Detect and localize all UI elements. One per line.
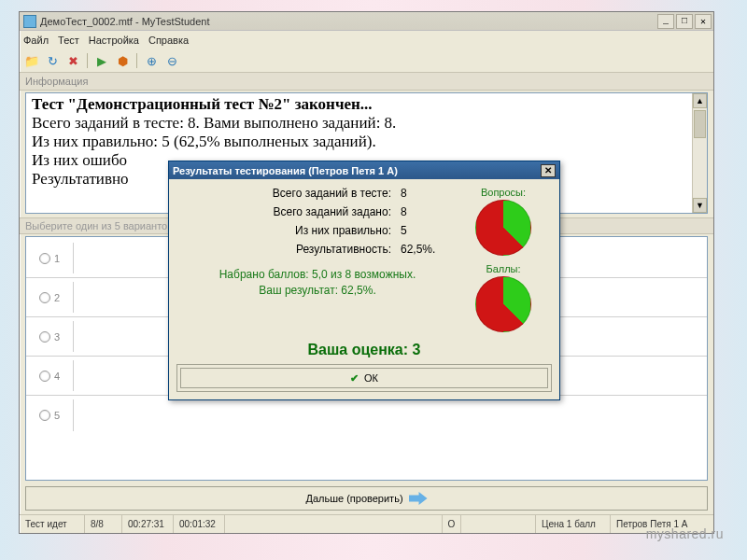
- menu-test[interactable]: Тест: [58, 35, 79, 46]
- scroll-thumb[interactable]: [694, 110, 706, 138]
- option-number: 3: [54, 331, 60, 343]
- zoom-in-icon[interactable]: ⊕: [143, 52, 160, 69]
- info-scrollbar[interactable]: ▲ ▼: [692, 93, 707, 213]
- points-pie-chart: [475, 276, 531, 332]
- status-progress: 8/8: [85, 515, 122, 533]
- app-icon: [23, 15, 36, 28]
- status-state: Тест идет: [20, 515, 85, 533]
- dialog-title-text: Результаты тестирования (Петров Петя 1 А…: [173, 165, 398, 176]
- next-button-label: Дальше (проверить): [305, 493, 402, 504]
- statusbar: Тест идет 8/8 00:27:31 00:01:32 О Цена 1…: [20, 514, 713, 533]
- dialog-stats: Всего заданий в тесте:8 Всего заданий за…: [178, 187, 457, 332]
- option-number: 2: [54, 292, 60, 303]
- info-panel-header: Информация: [20, 72, 713, 91]
- reload-icon[interactable]: ↻: [44, 52, 61, 69]
- scroll-up-icon[interactable]: ▲: [693, 93, 707, 108]
- dialog-summary: Набрано баллов: 5,0 из 8 возможных.: [178, 267, 457, 283]
- status-spacer2: [461, 515, 536, 533]
- dialog-titlebar: Результаты тестирования (Петров Петя 1 А…: [169, 161, 559, 179]
- questions-pie-chart: [475, 200, 531, 256]
- zoom-out-icon[interactable]: ⊖: [163, 52, 180, 69]
- arrow-right-icon: [409, 492, 428, 505]
- menu-settings[interactable]: Настройка: [89, 35, 139, 46]
- stat-value: 8: [401, 187, 457, 205]
- stat-label: Всего заданий задано:: [178, 205, 401, 224]
- dialog-ok-button[interactable]: ✔ ОК: [180, 368, 548, 388]
- stat-value: 62,5%.: [401, 243, 457, 261]
- option-number: 5: [54, 410, 60, 421]
- status-elapsed: 00:27:31: [122, 515, 174, 533]
- pie-label: Вопросы:: [481, 187, 526, 198]
- stat-value: 5: [401, 224, 457, 243]
- play-icon[interactable]: ▶: [93, 52, 110, 69]
- delete-icon[interactable]: ✖: [64, 52, 81, 69]
- toolbar-separator: [87, 53, 88, 68]
- watermark: myshared.ru: [646, 526, 724, 541]
- minimize-button[interactable]: _: [657, 14, 674, 29]
- ok-label: ОК: [364, 372, 378, 384]
- scroll-down-icon[interactable]: ▼: [693, 198, 707, 213]
- radio-icon[interactable]: [39, 410, 50, 421]
- close-button[interactable]: ✕: [695, 14, 712, 29]
- menu-file[interactable]: Файл: [23, 35, 49, 46]
- titlebar: ДемоТест_0002.mtf - MyTestStudent _ □ ✕: [20, 12, 713, 31]
- stat-value: 8: [401, 205, 457, 224]
- status-price: Цена 1 балл: [536, 515, 611, 533]
- result-line: Из них правильно: 5 (62,5% выполненых за…: [32, 133, 701, 151]
- results-dialog: Результаты тестирования (Петров Петя 1 А…: [168, 161, 560, 400]
- toolbar-separator: [136, 53, 137, 68]
- radio-icon[interactable]: [39, 331, 50, 343]
- pie-label: Баллы:: [486, 263, 520, 274]
- menubar: Файл Тест Настройка Справка: [20, 31, 713, 49]
- stat-label: Всего заданий в тесте:: [178, 187, 401, 205]
- radio-icon[interactable]: [39, 371, 50, 382]
- radio-icon[interactable]: [39, 253, 50, 264]
- stop-icon[interactable]: ⬢: [114, 52, 131, 69]
- menu-help[interactable]: Справка: [148, 35, 189, 46]
- stat-label: Из них правильно:: [178, 224, 401, 243]
- check-icon: ✔: [350, 372, 359, 385]
- option-number: 4: [54, 371, 60, 382]
- result-line: Всего заданий в тесте: 8. Вами выполнено…: [32, 114, 701, 133]
- dialog-close-button[interactable]: ✕: [541, 164, 556, 177]
- radio-icon[interactable]: [39, 292, 50, 303]
- dialog-summary: Ваш результат: 62,5%.: [178, 283, 457, 299]
- result-title: Тест "Демонстрационный тест №2" закончен…: [32, 95, 701, 114]
- window-title: ДемоТест_0002.mtf - MyTestStudent: [40, 16, 655, 27]
- status-spacer: [225, 515, 443, 533]
- status-task-time: 00:01:32: [174, 515, 225, 533]
- stat-label: Результативность:: [178, 243, 401, 261]
- answer-content: [73, 399, 699, 431]
- next-button[interactable]: Дальше (проверить): [25, 486, 708, 511]
- toolbar: 📁 ↻ ✖ ▶ ⬢ ⊕ ⊖: [20, 49, 713, 72]
- answer-option[interactable]: 5: [26, 396, 707, 435]
- open-icon[interactable]: 📁: [23, 52, 40, 69]
- status-mode: О: [443, 515, 461, 533]
- option-number: 1: [54, 253, 60, 264]
- maximize-button[interactable]: □: [676, 14, 693, 29]
- dialog-grade: Ваша оценка: 3: [169, 342, 559, 358]
